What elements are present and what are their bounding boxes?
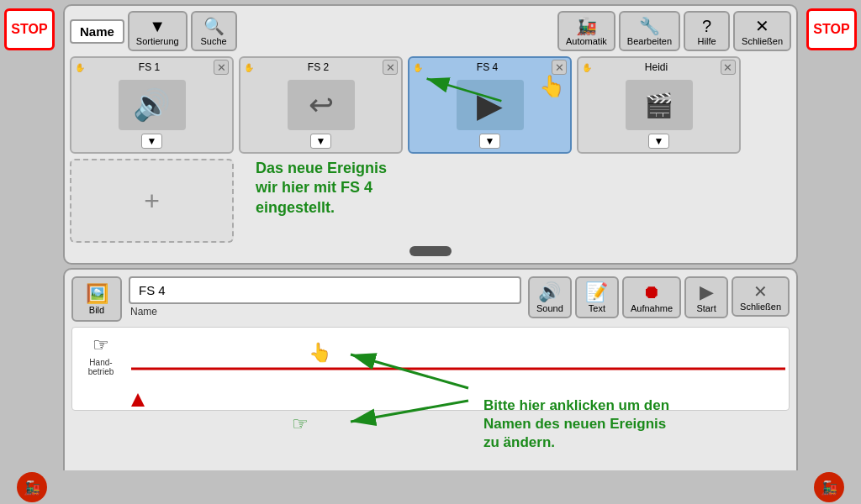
seq-card-fs4-header: ✋ FS 4 ✕ [409, 58, 570, 76]
heidi-dropdown[interactable]: ▼ [648, 134, 670, 149]
hilfe-label: Hilfe [698, 36, 716, 46]
close-heidi-button[interactable]: ✕ [721, 60, 736, 75]
seq-card-fs1-body: 🔊 ▼ [71, 76, 232, 152]
aufnahme-button[interactable]: ⏺ Aufnahme [622, 276, 681, 318]
search-icon: 🔍 [203, 16, 224, 36]
bottom-toolbar: 🖼️ Bild Name 🔊 Sound 📝 Text ⏺ [71, 276, 790, 322]
text-button[interactable]: 📝 Text [575, 276, 619, 318]
seq-card-fs2-header: ✋ FS 2 ✕ [240, 58, 401, 76]
fs4-label: FS 4 [477, 61, 498, 73]
sound-icon: 🔊 [538, 281, 561, 303]
start-button[interactable]: ▶ Start [684, 276, 728, 318]
nav-icon-right[interactable]: 🚂 [814, 472, 844, 502]
seq-card-heidi-header: ✋ Heidi ✕ [578, 58, 739, 76]
name-display: Name [70, 19, 124, 44]
drag-icon-heidi: ✋ [582, 63, 592, 72]
automatik-label: Automatik [566, 36, 607, 46]
action-buttons: 🔊 Sound 📝 Text ⏺ Aufnahme ▶ Start ✕ [528, 276, 790, 318]
bearbeiten-button[interactable]: 🔧 Bearbeiten [619, 11, 680, 51]
timeline-marker [131, 393, 145, 407]
sequence-row: ✋ FS 1 ✕ 🔊 ▼ ✋ FS 2 ✕ [70, 56, 791, 154]
hand-icon: ☞ [92, 334, 109, 356]
schliessen-button[interactable]: ✕ Schließen [733, 11, 791, 51]
stop-button-left[interactable]: STOP [4, 8, 55, 50]
toolbar: Name ▼ Sortierung 🔍 Suche 🚂 Automatik 🔧 … [70, 11, 791, 51]
start-label: Start [696, 303, 716, 313]
bearbeiten-label: Bearbeiten [627, 36, 672, 46]
drag-icon-fs4: ✋ [413, 63, 423, 72]
hilfe-button[interactable]: ? Hilfe [684, 11, 730, 51]
fs2-thumb: ↩ [288, 80, 355, 130]
bottom-schliessen-button[interactable]: ✕ Schließen [732, 276, 790, 317]
stop-button-right[interactable]: STOP [806, 8, 857, 50]
seq-card-heidi-body: 🎬 ▼ [578, 76, 739, 152]
nav-icon-left[interactable]: 🚂 [17, 472, 47, 502]
seq-card-heidi[interactable]: ✋ Heidi ✕ 🎬 ▼ [577, 56, 741, 154]
sortierung-label: Sortierung [136, 36, 179, 46]
seq-card-fs2[interactable]: ✋ FS 2 ✕ ↩ ▼ [239, 56, 403, 154]
seq-card-fs4[interactable]: ✋ FS 4 ✕ ▶ ▼ [408, 56, 572, 154]
drag-icon-fs1: ✋ [75, 63, 85, 72]
bottom-close-icon: ✕ [753, 281, 768, 302]
close-fs2-button[interactable]: ✕ [383, 60, 398, 75]
suche-label: Suche [201, 36, 227, 46]
seq-card-fs1-header: ✋ FS 1 ✕ [71, 58, 232, 76]
annotation-top-label: Das neue Ereigniswir hier mit FS 4einges… [256, 159, 387, 218]
drag-icon-fs2: ✋ [244, 63, 254, 72]
close-icon: ✕ [755, 16, 769, 36]
second-row: + Das neue Ereigniswir hier mit FS 4eing… [70, 159, 791, 243]
text-label: Text [589, 303, 605, 313]
timeline-area: ☞ Hand-betrieb [71, 327, 790, 411]
top-panel: Name ▼ Sortierung 🔍 Suche 🚂 Automatik 🔧 … [63, 4, 798, 265]
sort-icon: ▼ [149, 16, 166, 36]
sound-label: Sound [536, 303, 563, 313]
fs2-label: FS 2 [308, 61, 329, 73]
close-fs1-button[interactable]: ✕ [214, 60, 229, 75]
record-icon: ⏺ [642, 281, 661, 303]
scroll-pill[interactable] [409, 246, 452, 256]
name-label: Name [130, 306, 157, 318]
fs4-dropdown[interactable]: ▼ [479, 134, 501, 149]
svg-text:☞: ☞ [292, 413, 309, 434]
fs4-thumb: ▶ [457, 80, 524, 130]
seq-card-fs4-body: ▶ ▼ [409, 76, 570, 152]
suche-button[interactable]: 🔍 Suche [191, 11, 237, 51]
name-input[interactable] [129, 276, 521, 304]
text-icon: 📝 [585, 281, 608, 303]
name-field-wrapper: Name [129, 276, 521, 318]
handbetrieb-label: Hand-betrieb [88, 358, 114, 376]
seq-card-fs2-body: ↩ ▼ [240, 76, 401, 152]
play-icon: ▶ [700, 281, 714, 303]
fs2-dropdown[interactable]: ▼ [310, 134, 332, 149]
bottom-schliessen-label: Schließen [740, 302, 781, 312]
sound-button[interactable]: 🔊 Sound [528, 276, 572, 318]
bild-button[interactable]: 🖼️ Bild [71, 276, 122, 322]
fs1-label: FS 1 [139, 61, 160, 73]
heidi-label: Heidi [645, 61, 668, 73]
nav-bar: 🚂 🚂 [0, 470, 861, 504]
timeline-track [131, 331, 785, 407]
bottom-panel: 🖼️ Bild Name 🔊 Sound 📝 Text ⏺ [63, 268, 798, 500]
automatik-icon: 🚂 [576, 16, 597, 36]
close-fs4-button[interactable]: ✕ [552, 60, 567, 75]
hilfe-icon: ? [702, 16, 711, 36]
aufnahme-label: Aufnahme [631, 303, 673, 313]
automatik-button[interactable]: 🚂 Automatik [557, 11, 615, 51]
heidi-thumb: 🎬 [626, 80, 693, 130]
bearbeiten-icon: 🔧 [639, 16, 660, 36]
sortierung-button[interactable]: ▼ Sortierung [128, 11, 188, 51]
bild-label: Bild [89, 305, 104, 315]
main-container: Name ▼ Sortierung 🔍 Suche 🚂 Automatik 🔧 … [63, 4, 798, 500]
scroll-area [70, 243, 791, 258]
add-icon: + [144, 186, 160, 217]
schliessen-label: Schließen [742, 36, 783, 46]
add-card-button[interactable]: + [70, 159, 234, 243]
fs1-thumb: 🔊 [119, 80, 186, 130]
seq-card-fs1[interactable]: ✋ FS 1 ✕ 🔊 ▼ [70, 56, 234, 154]
handbetrieb-item[interactable]: ☞ Hand-betrieb [76, 331, 126, 407]
timeline-line [131, 368, 785, 370]
bild-icon: 🖼️ [86, 283, 108, 305]
annotation-top-text: Das neue Ereigniswir hier mit FS 4einges… [256, 159, 387, 218]
fs1-dropdown[interactable]: ▼ [141, 134, 163, 149]
